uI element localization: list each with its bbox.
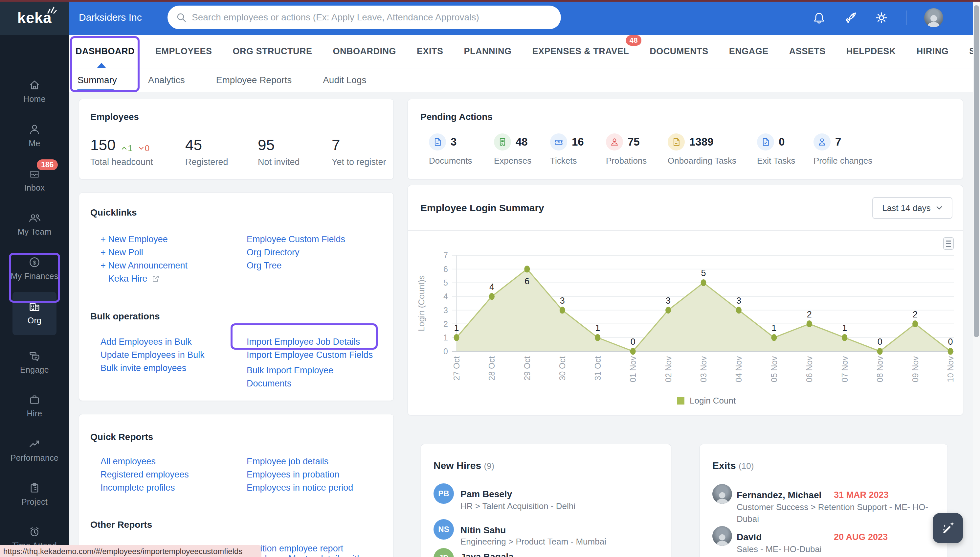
svg-text:6: 6 — [443, 264, 448, 274]
link-import-employee-job-details[interactable]: Import Employee Job Details — [247, 337, 373, 346]
pending-expenses[interactable]: 48 Expenses — [494, 134, 531, 166]
sidebar-item-my-finances[interactable]: $ My Finances — [0, 256, 69, 281]
link-all-employees[interactable]: All employees — [101, 457, 189, 466]
headcount-down-delta: 0 — [139, 143, 149, 153]
date-range-dropdown[interactable]: Last 14 days — [872, 197, 952, 219]
tab-hiring[interactable]: HIRING — [917, 46, 949, 57]
exit-date: 31 MAR 2023 — [834, 490, 889, 500]
tab-documents[interactable]: DOCUMENTS — [650, 46, 708, 57]
svg-text:27 Oct: 27 Oct — [452, 356, 461, 381]
sidebar-item-hire[interactable]: Hire — [0, 394, 69, 419]
login-summary-title: Employee Login Summary — [420, 202, 544, 213]
magic-wand-button[interactable] — [933, 513, 963, 543]
link-employee-master-details-with[interactable]: Employee Master details with — [247, 554, 362, 557]
sidebar-item-org[interactable]: Org — [0, 301, 69, 325]
tab-dashboard[interactable]: DASHBOARD — [76, 46, 135, 57]
login-summary-chart: 1463103531210200123456727 Oct28 Oct29 Oc… — [418, 244, 963, 402]
link-org-tree[interactable]: Org Tree — [247, 261, 345, 270]
person-icon — [606, 134, 623, 150]
sidebar-item-home[interactable]: Home — [0, 79, 69, 104]
user-avatar[interactable] — [924, 8, 943, 27]
reports-card: Quick Reports All employees Registered e… — [79, 414, 394, 557]
exit-date: 20 AUG 2023 — [834, 532, 888, 542]
stat-yet-to-register: 7 — [332, 136, 340, 154]
pending-tickets[interactable]: 16 Tickets — [550, 134, 577, 166]
trend-up-icon — [28, 438, 41, 450]
search-input[interactable] — [167, 6, 561, 29]
new-hires-title: New Hires (9) — [433, 460, 494, 471]
link-employee-job-details[interactable]: Employee job details — [247, 457, 353, 466]
tab-assets[interactable]: ASSETS — [789, 46, 826, 57]
link-registered-employees[interactable]: Registered employees — [101, 470, 189, 479]
link-incomplete-profiles[interactable]: Incomplete profiles — [101, 484, 189, 492]
pending-exit-tasks[interactable]: 0 Exit Tasks — [757, 134, 795, 166]
sidebar-item-inbox[interactable]: 186 Inbox — [0, 168, 69, 192]
page-scrollbar[interactable] — [973, 0, 980, 557]
tab-onboarding[interactable]: ONBOARDING — [333, 46, 396, 57]
tab-org-structure[interactable]: ORG STRUCTURE — [233, 46, 312, 57]
sidebar-item-my-team[interactable]: My Team — [0, 212, 69, 236]
global-search[interactable] — [167, 6, 561, 29]
settings-gear-icon[interactable] — [875, 11, 888, 24]
svg-text:3: 3 — [736, 296, 741, 306]
logo-spark-icon — [46, 6, 57, 16]
link-keka-hire[interactable]: Keka Hire — [101, 274, 188, 283]
sidebar-item-me[interactable]: Me — [0, 124, 69, 148]
chart-legend[interactable]: Login Count — [677, 396, 736, 406]
tab-helpdesk[interactable]: HELPDESK — [846, 46, 896, 57]
svg-text:0: 0 — [948, 337, 953, 347]
svg-text:29 Oct: 29 Oct — [522, 356, 532, 381]
link-import-employee-custom-fields[interactable]: Import Employee Custom Fields — [247, 351, 373, 360]
link-new-announcement[interactable]: + New Announcement — [101, 261, 188, 270]
link-org-directory[interactable]: Org Directory — [247, 248, 345, 257]
pending-probations[interactable]: 75 Probations — [606, 134, 647, 166]
subtab-employee-reports[interactable]: Employee Reports — [216, 75, 292, 85]
svg-text:30 Oct: 30 Oct — [558, 356, 567, 381]
sidebar-item-performance[interactable]: Performance — [0, 438, 69, 463]
quicklinks-card: Quicklinks + New Employee + New Poll + N… — [79, 192, 394, 401]
svg-text:7: 7 — [443, 251, 448, 260]
stat-registered: 45 — [185, 136, 202, 154]
svg-text:2: 2 — [913, 309, 918, 319]
document-icon — [668, 134, 685, 150]
link-new-employee[interactable]: + New Employee — [101, 235, 188, 244]
pending-profile-changes[interactable]: 7 Profile changes — [813, 134, 872, 166]
tab-planning[interactable]: PLANNING — [464, 46, 512, 57]
avatar: PB — [433, 484, 454, 504]
subtab-audit-logs[interactable]: Audit Logs — [323, 75, 366, 85]
inbox-badge: 186 — [37, 160, 58, 170]
rocket-launch-icon[interactable] — [844, 11, 857, 24]
exits-count: (10) — [738, 461, 754, 471]
scrollbar-thumb[interactable] — [974, 5, 979, 337]
link-bulk-invite-employees[interactable]: Bulk invite employees — [101, 364, 204, 373]
link-employees-in-probation[interactable]: Employees in probation — [247, 470, 353, 479]
svg-text:2: 2 — [807, 309, 812, 319]
active-tab-indicator — [97, 63, 106, 68]
sidebar-item-project[interactable]: Project — [0, 482, 69, 507]
tab-engage[interactable]: ENGAGE — [729, 46, 769, 57]
tab-expenses-travel[interactable]: EXPENSES & TRAVEL48 — [532, 46, 629, 57]
document-check-icon — [757, 134, 774, 150]
link-employees-in-notice-period[interactable]: Employees in notice period — [247, 484, 353, 492]
dashboard-subnav: Summary Analytics Employee Reports Audit… — [69, 68, 973, 92]
link-employee-custom-fields[interactable]: Employee Custom Fields — [247, 235, 345, 244]
svg-text:05 Nov: 05 Nov — [769, 356, 779, 383]
tab-exits[interactable]: EXITS — [417, 46, 443, 57]
keka-logo[interactable]: keka — [0, 0, 69, 35]
person-icon — [813, 134, 831, 150]
sidebar-item-engage[interactable]: Engage — [0, 350, 69, 375]
notifications-bell-icon[interactable] — [813, 11, 826, 24]
subtab-summary[interactable]: Summary — [78, 75, 117, 85]
tab-employees[interactable]: EMPLOYEES — [155, 46, 212, 57]
pending-onboarding-tasks[interactable]: 1389 Onboarding Tasks — [668, 134, 736, 166]
svg-text:1: 1 — [443, 333, 448, 342]
svg-text:2: 2 — [443, 319, 448, 329]
sidebar: Home Me 186 Inbox My Team $ My Finances … — [0, 35, 69, 557]
link-bulk-import-employee-documents[interactable]: Bulk Import Employee Documents — [247, 364, 349, 390]
link-update-employees-bulk[interactable]: Update Employees in Bulk — [101, 351, 204, 360]
subtab-analytics[interactable]: Analytics — [148, 75, 185, 85]
link-add-employees-bulk[interactable]: Add Employees in Bulk — [101, 337, 204, 346]
pending-documents[interactable]: 3 Documents — [429, 134, 472, 166]
link-new-poll[interactable]: + New Poll — [101, 248, 188, 257]
topbar-divider — [906, 10, 907, 25]
